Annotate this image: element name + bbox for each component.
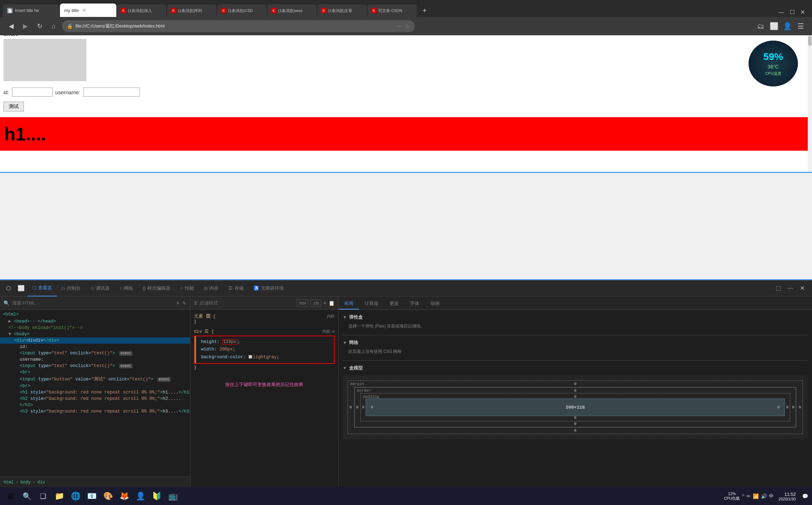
flex-section-header[interactable]: ▼ 弹性盒 [343,314,808,320]
back-button[interactable]: ◀ [6,20,17,32]
tree-line-username[interactable]: username: [0,356,190,363]
tree-line-html[interactable]: <html> [0,311,190,318]
forward-button[interactable]: ▶ [20,20,31,32]
taskbar-search[interactable]: 🔍 [19,488,35,504]
minimize-button[interactable]: — [779,9,784,16]
tree-line-head[interactable]: ▶ <head>···</head> [0,318,190,325]
test-button[interactable]: 测试 [4,102,24,112]
pseudo-hov-btn[interactable]: :hov [296,300,309,307]
tree-line-input-button[interactable]: <input type="button" value="测试" onclick=… [0,375,190,383]
tab-insert-title[interactable]: 📄 Insert title he [3,4,59,17]
devtools-tab-memory[interactable]: ◎ 内存 [199,280,224,296]
devtools-tab-performance[interactable]: ○ 性能 [175,280,199,296]
pick-node-icon[interactable]: ✎ [182,300,187,306]
scrollbar-thumb[interactable] [808,36,812,46]
new-tab-button[interactable]: + [419,5,430,16]
tree-line-body[interactable]: ▼ <body> [0,331,190,337]
taskbar-app-folder[interactable]: 📁 [51,488,67,504]
tree-line-id[interactable]: id: [0,344,190,350]
systray-expand[interactable]: ^ [742,493,744,499]
tab-animations[interactable]: 动画 [425,298,445,309]
breadcrumb-body[interactable]: body [20,480,31,485]
id-input[interactable] [12,88,53,97]
css-copy-btn[interactable]: 📋 [329,300,335,306]
taskbar-app-browser[interactable]: 🌐 [68,488,83,504]
breadcrumb-div[interactable]: div [37,480,45,485]
devtools-close-button[interactable]: ✕ [797,283,807,293]
tab-label-1: Insert title he [15,8,39,13]
grid-section-body: 此页面上没有使用 CSS 网格 [343,349,808,355]
devtools-more-button[interactable]: ⋯ [785,283,795,293]
element-rule-close: } [194,319,335,324]
devtools-tab-console[interactable]: ▷ 控制台 [57,280,86,296]
tree-line-h1[interactable]: <h1 style="background: red none repeat s… [0,389,190,396]
notification-area[interactable]: 💬 [801,492,809,500]
pseudo-cls-btn[interactable]: .cls [311,300,321,307]
taskbar-app-user[interactable]: 👤 [133,488,148,504]
username-input[interactable] [83,88,140,97]
tab-computed[interactable]: 计算值 [359,298,384,309]
taskbar-app-video[interactable]: 📺 [165,488,181,504]
tab-csdn-3[interactable]: C (1条消息)深入 [117,4,166,17]
breadcrumb-html[interactable]: html [4,480,14,485]
tree-line-div[interactable]: <div>divdiv</div> [0,337,190,344]
systray-sound[interactable]: 🔊 [761,493,767,499]
devtools-tab-debugger[interactable]: ◇ 调试器 [86,280,115,296]
tree-line-h2-close[interactable]: </h2> [0,402,190,408]
menu-icon[interactable]: ☰ [795,20,806,32]
css-add-btn[interactable]: + [323,300,326,306]
start-button[interactable]: ⊞ [3,488,18,504]
devtools-dock-button[interactable]: ⬚ [773,283,783,293]
tab-csdn-7[interactable]: C (1条消息)文章 [317,4,367,17]
sidebar-toggle-icon[interactable]: ⬜ [768,20,780,32]
add-node-icon[interactable]: + [176,300,179,306]
devtools-tab-accessibility[interactable]: ♿ 无障碍环境 [249,280,289,296]
html-search-input[interactable] [12,300,173,306]
responsive-design-button[interactable]: ⬜ [15,282,28,295]
systray-lang[interactable]: 中 [769,493,774,499]
taskbar-app-paint[interactable]: 🎨 [100,488,116,504]
task-view-button[interactable]: ❑ [35,488,51,504]
bookmark-star-icon[interactable]: ☆ [405,23,410,30]
tab-csdn-8[interactable]: C 写文章-CSDN [367,4,417,17]
devtools-tab-inspector[interactable]: ⬡ 查看器 [28,280,57,296]
tab-fonts[interactable]: 字体 [404,298,425,309]
systray-wifi[interactable]: 📶 [753,493,759,499]
pick-element-button[interactable]: ⬡ [2,282,15,295]
tree-line-h3[interactable]: <h3 style="background: red none repeat s… [0,408,190,415]
address-bar[interactable]: 🔒 file:///C:/Users/葛红/Desktop/web/index.… [62,20,415,32]
close-button[interactable]: ✕ [800,9,805,16]
maximize-button[interactable]: ☐ [790,9,795,16]
tab-changes[interactable]: 更改 [384,298,404,309]
grid-section-header[interactable]: ▼ 网格 [343,339,808,346]
taskbar-app-mail[interactable]: 📧 [84,488,99,504]
refresh-button[interactable]: ↻ [34,20,45,32]
systray-pen[interactable]: ✏ [746,493,751,499]
taskbar-app-shield[interactable]: 🔰 [149,488,164,504]
account-icon[interactable]: 👤 [782,20,793,32]
tree-line-br1[interactable]: <br> [0,369,190,375]
tab-csdn-4[interactable]: C (1条消息)序列 [167,4,216,17]
tree-line-comment[interactable]: <!--body onload="init()">--> [0,325,190,331]
content-scrollbar[interactable] [808,35,812,172]
taskbar-app-firefox[interactable]: 🦊 [116,488,132,504]
tab-csdn-5[interactable]: C (1条消息)CSD [217,4,267,17]
devtools-tab-style-editor[interactable]: {} 样式编辑器 [138,280,176,296]
html-tree: <html> ▶ <head>···</head> <!--body onloa… [0,310,190,477]
tree-line-input1[interactable]: <input type="text" onclick="test()"> eve… [0,350,190,356]
css-filter-input[interactable] [200,300,294,306]
taskbar-clock[interactable]: 11:52 2020/1/30 [776,492,799,501]
tab-close-2[interactable]: ✕ [82,7,86,13]
tab-csdn-6[interactable]: C (1条消息)sess [267,4,317,17]
tab-layout[interactable]: 布局 [338,298,359,309]
tree-line-input2[interactable]: <input type="text" onclick="test()"> eve… [0,363,190,369]
tree-line-br2[interactable]: <br> [0,383,190,389]
devtools-tab-storage[interactable]: ☰ 存储 [224,280,249,296]
home-button[interactable]: ⌂ [48,20,59,32]
box-model-header[interactable]: ▼ 盒模型 [343,365,808,371]
library-icon[interactable]: 🗂 [755,20,766,32]
tree-line-h2[interactable]: <h2 style="background: red none repeat s… [0,396,190,402]
address-more-icon[interactable]: ··· [397,23,402,30]
devtools-tab-network[interactable]: ↕ 网络 [115,280,138,296]
tab-my-title[interactable]: my title ✕ [60,4,116,17]
